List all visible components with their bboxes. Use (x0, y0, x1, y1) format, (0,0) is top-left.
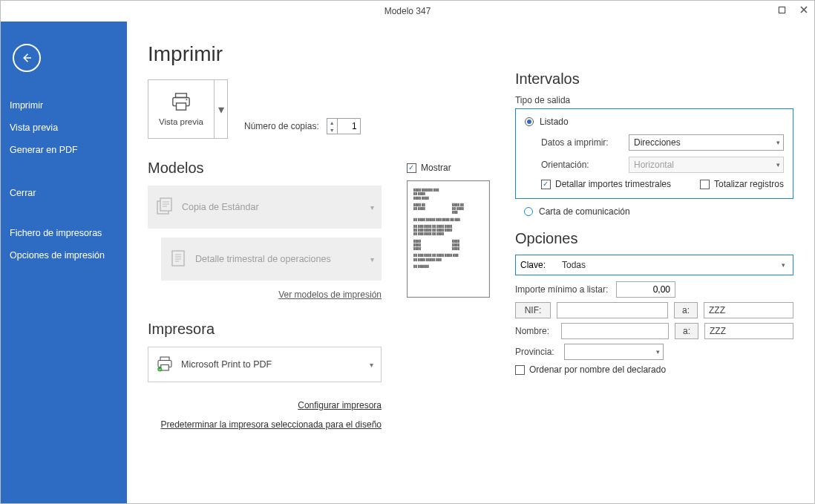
datos-combo[interactable]: Direcciones ▾ (629, 134, 784, 151)
detallar-checkbox-row[interactable]: Detallar importes trimestrales (541, 179, 671, 189)
intervals-heading: Intervalos (515, 71, 793, 88)
listado-group: Listado Datos a imprimir: Direcciones ▾ … (515, 108, 793, 199)
mostrar-checkbox-row[interactable]: Mostrar (407, 163, 490, 173)
svg-rect-0 (779, 7, 785, 13)
clave-row: Clave: Todas ▾ (515, 255, 793, 275)
left-column: Modelos Copia de Estándar ▾ Detalle trim… (148, 160, 382, 435)
svg-rect-1 (176, 94, 187, 98)
options-heading: Opciones (515, 230, 793, 247)
svg-rect-8 (160, 357, 169, 361)
clave-combo[interactable]: Todas ▾ (557, 258, 788, 272)
svg-point-4 (186, 99, 188, 100)
models-link[interactable]: Ver modelos de impresión (148, 289, 382, 300)
window-body: Imprimir Vista previa Generar en PDF Cer… (1, 22, 814, 503)
datos-value: Direcciones (634, 137, 681, 148)
printer-name: Microsoft Print to PDF (181, 359, 272, 370)
vista-previa-dropdown[interactable]: ▾ (214, 80, 227, 138)
mostrar-label: Mostrar (421, 163, 451, 173)
importe-input[interactable] (616, 281, 675, 298)
importe-label: Importe mínimo a listar: (515, 284, 610, 295)
spinner-arrows[interactable]: ▲ ▼ (327, 119, 338, 134)
right-column: Intervalos Tipo de salida Listado Datos … (515, 160, 793, 435)
printer-links: Configurar impresora Predeterminar la im… (148, 396, 382, 435)
printer-select[interactable]: Microsoft Print to PDF ▾ (148, 347, 382, 382)
chevron-down-icon: ▾ (776, 161, 780, 168)
copies-spinner[interactable]: ▲ ▼ (327, 118, 361, 134)
configure-printer-link[interactable]: Configurar impresora (298, 400, 382, 410)
document-stack-icon (155, 197, 174, 218)
page-title: Imprimir (148, 42, 793, 66)
svg-rect-7 (172, 251, 184, 266)
title-bar: Modelo 347 (1, 1, 814, 22)
nif-button[interactable]: NIF: (515, 302, 551, 318)
vista-previa-main: Vista previa (148, 80, 214, 138)
printer-ok-icon (156, 356, 174, 374)
window-title: Modelo 347 (384, 6, 431, 16)
totalizar-checkbox[interactable] (700, 180, 710, 189)
middle-column: Mostrar ████ ██████ █████ ████████ ████ … (407, 160, 490, 435)
mostrar-checkbox[interactable] (407, 163, 416, 173)
document-icon (168, 249, 188, 270)
chevron-down-icon: ▾ (218, 102, 224, 117)
nif-from-input[interactable] (557, 302, 668, 318)
copies-label: Número de copias: (244, 121, 319, 131)
sidebar-item-vista-previa[interactable]: Vista previa (1, 117, 127, 139)
vista-previa-label: Vista previa (159, 117, 203, 126)
sidebar-item-imprimir[interactable]: Imprimir (1, 94, 127, 117)
output-type-label: Tipo de salida (515, 95, 793, 105)
carta-radio[interactable] (524, 207, 533, 216)
model-item-1[interactable]: Copia de Estándar ▾ (148, 186, 382, 229)
carta-label: Carta de comunicación (539, 206, 630, 217)
document-thumbnail[interactable]: ████ ██████ █████ ████████ ████ ████ ███… (407, 180, 490, 298)
totalizar-label: Totalizar registros (714, 179, 784, 189)
nombre-to-input[interactable]: ZZZ (704, 323, 793, 339)
datos-label: Datos a imprimir: (541, 137, 624, 148)
a-button-2[interactable]: a: (675, 323, 698, 339)
printer-heading: Impresora (148, 321, 382, 338)
sidebar-item-opciones-impresion[interactable]: Opciones de impresión (1, 244, 127, 266)
chevron-down-icon: ▾ (370, 255, 374, 264)
window-controls (774, 2, 811, 17)
detallar-checkbox[interactable] (541, 180, 551, 189)
listado-label: Listado (540, 117, 569, 127)
ordenar-checkbox[interactable] (515, 365, 525, 375)
window-root: Modelo 347 Imprimir Vista previa Generar… (0, 0, 815, 504)
sidebar-item-fichero-impresoras[interactable]: Fichero de impresoras (1, 222, 127, 244)
chevron-down-icon: ▾ (370, 203, 374, 212)
back-button[interactable] (13, 44, 41, 72)
maximize-button[interactable] (774, 2, 789, 17)
spinner-down-icon[interactable]: ▼ (327, 126, 337, 134)
models-heading: Modelos (148, 160, 382, 177)
ordenar-checkbox-row[interactable]: Ordenar por nombre del declarado (515, 364, 793, 375)
nombre-from-input[interactable] (561, 323, 669, 339)
carta-radio-row[interactable]: Carta de comunicación (515, 206, 793, 217)
chevron-down-icon: ▾ (776, 139, 780, 146)
svg-rect-10 (161, 364, 169, 370)
chevron-down-icon: ▾ (656, 348, 660, 356)
a-button-1[interactable]: a: (674, 302, 698, 318)
close-button[interactable] (796, 2, 811, 17)
columns: Modelos Copia de Estándar ▾ Detalle trim… (148, 160, 793, 435)
orient-combo: Horizontal ▾ (629, 157, 784, 173)
chevron-down-icon: ▾ (370, 361, 373, 369)
copies-input[interactable] (338, 121, 360, 131)
clave-label: Clave: (520, 260, 546, 270)
copies-field: Número de copias: ▲ ▼ (244, 118, 361, 139)
spinner-up-icon[interactable]: ▲ (327, 119, 337, 126)
svg-point-11 (157, 367, 162, 371)
sidebar-item-cerrar[interactable]: Cerrar (1, 182, 127, 204)
sidebar-item-generar-pdf[interactable]: Generar en PDF (1, 139, 127, 161)
orient-value: Horizontal (634, 160, 674, 170)
vista-previa-button[interactable]: Vista previa ▾ (148, 79, 228, 139)
model-item-2[interactable]: Detalle trimestral de operaciones ▾ (161, 238, 382, 281)
svg-rect-3 (177, 103, 186, 110)
listado-radio-row[interactable]: Listado (525, 117, 784, 127)
provincia-combo[interactable]: ▾ (564, 344, 664, 360)
listado-radio[interactable] (525, 117, 534, 126)
orient-label: Orientación: (541, 160, 624, 170)
totalizar-checkbox-row[interactable]: Totalizar registros (700, 179, 784, 189)
nif-to-input[interactable]: ZZZ (704, 302, 793, 318)
main-panel: Imprimir Vista previa ▾ Número de copias… (127, 22, 814, 503)
printer-icon (170, 92, 192, 113)
predetermine-printer-link[interactable]: Predeterminar la impresora seleccionada … (160, 419, 382, 430)
